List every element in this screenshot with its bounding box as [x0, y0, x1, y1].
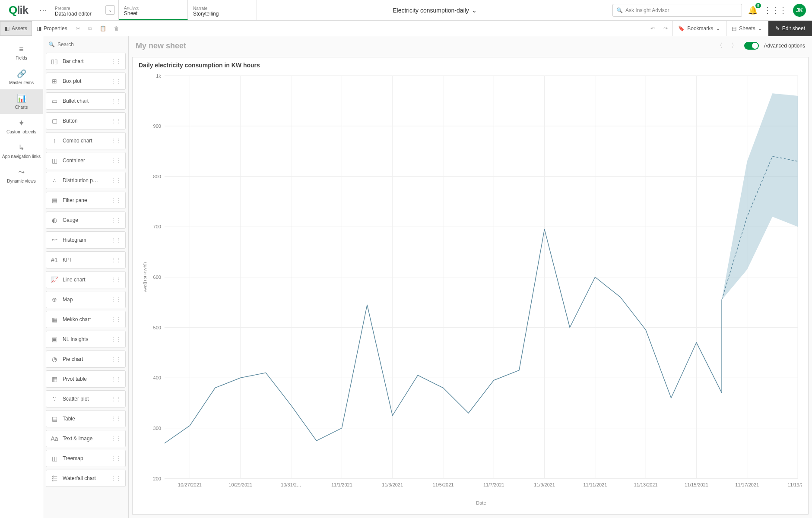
delete-button[interactable]: 🗑 — [110, 21, 123, 36]
svg-text:500: 500 — [153, 325, 161, 330]
chart-type-nl-insights[interactable]: ▣NL Insights⋮⋮ — [46, 331, 126, 348]
chart-type-button[interactable]: ▢Button⋮⋮ — [46, 112, 126, 130]
chart-type-pie-chart[interactable]: ◔Pie chart⋮⋮ — [46, 351, 126, 368]
chart-type-distribution-p-[interactable]: ∴Distribution p…⋮⋮ — [46, 172, 126, 189]
chart-type-mekko-chart[interactable]: ▦Mekko chart⋮⋮ — [46, 311, 126, 328]
chart-type-bullet-chart[interactable]: ▭Bullet chart⋮⋮ — [46, 92, 126, 110]
chart-type-bar-chart[interactable]: ▯▯Bar chart⋮⋮ — [46, 53, 126, 70]
chart-type-container[interactable]: ◫Container⋮⋮ — [46, 152, 126, 169]
chart-type-scatter-plot[interactable]: ∵Scatter plot⋮⋮ — [46, 390, 126, 407]
chevron-down-icon[interactable]: ⌄ — [105, 5, 115, 15]
chart-type-icon: ◔ — [51, 356, 58, 363]
copy-button[interactable]: ⧉ — [84, 21, 96, 36]
chart-type-label: Scatter plot — [63, 396, 106, 402]
grip-icon: ⋮⋮ — [111, 197, 121, 203]
chart-type-line-chart[interactable]: 📈Line chart⋮⋮ — [46, 271, 126, 288]
chart-type-histogram[interactable]: ⬳Histogram⋮⋮ — [46, 231, 126, 249]
line-chart-object[interactable]: Daily electricity consumption in KW hour… — [132, 57, 809, 515]
chart-type-filter-pane[interactable]: ▤Filter pane⋮⋮ — [46, 192, 126, 209]
rail-item-icon: 🔗 — [2, 69, 41, 79]
svg-text:11/3/2021: 11/3/2021 — [382, 482, 403, 487]
svg-text:11/17/2021: 11/17/2021 — [735, 482, 759, 487]
notifications-icon[interactable]: 🔔5 — [748, 6, 758, 15]
svg-text:10/31/2…: 10/31/2… — [281, 482, 301, 487]
sheets-menu[interactable]: ▤ Sheets ⌄ — [726, 21, 767, 36]
rail-item-label: Custom objects — [6, 130, 36, 134]
rail-item-custom-objects[interactable]: ✦Custom objects — [0, 114, 43, 139]
edit-sheet-button[interactable]: ✎ Edit sheet — [768, 21, 812, 36]
panel-right-icon: ◨ — [37, 25, 41, 32]
chart-type-pivot-table[interactable]: ▦Pivot table⋮⋮ — [46, 370, 126, 388]
chevron-down-icon: ⌄ — [716, 25, 720, 32]
rail-item-charts[interactable]: 📊Charts — [0, 89, 43, 114]
grip-icon: ⋮⋮ — [111, 78, 121, 84]
sheet-canvas: My new sheet 〈 〉 Advanced options Daily … — [129, 36, 812, 518]
asset-search-input[interactable] — [57, 41, 123, 47]
chart-type-gauge[interactable]: ◐Gauge⋮⋮ — [46, 212, 126, 229]
svg-text:600: 600 — [153, 275, 161, 280]
chart-type-treemap[interactable]: ◫Treemap⋮⋮ — [46, 450, 126, 467]
qlik-logo[interactable]: Qlik — [0, 0, 37, 20]
advanced-options-label: Advanced options — [764, 43, 805, 49]
svg-text:Date: Date — [476, 500, 486, 505]
asset-category-rail: ≡Fields🔗Master items📊Charts✦Custom objec… — [0, 36, 43, 518]
chart-type-map[interactable]: ⊕Map⋮⋮ — [46, 291, 126, 308]
line-chart-plot: 2003004005006007008009001k10/27/202110/2… — [139, 71, 802, 510]
grip-icon: ⋮⋮ — [111, 356, 121, 362]
chart-type-icon: ⊕ — [51, 296, 58, 303]
svg-text:1k: 1k — [156, 73, 161, 78]
chart-type-label: Pie chart — [63, 356, 106, 362]
rail-item-fields[interactable]: ≡Fields — [0, 41, 43, 65]
svg-text:300: 300 — [153, 426, 161, 431]
rail-item-master-items[interactable]: 🔗Master items — [0, 65, 43, 89]
edit-toolbar: ◧ Assets ◨ Properties ✂ ⧉ 📋 🗑 ↶ ↷ 🔖 Book… — [0, 21, 812, 36]
svg-text:900: 900 — [153, 123, 161, 129]
chart-type-icon: ◐ — [51, 217, 58, 224]
nav-tab-prepare[interactable]: Prepare Data load editor ⌄ — [50, 0, 119, 20]
nav-tab-narrate[interactable]: Narrate Storytelling — [188, 0, 257, 20]
chart-type-box-plot[interactable]: ⊞Box plot⋮⋮ — [46, 73, 126, 90]
app-more-icon[interactable]: ⋯ — [37, 0, 50, 20]
advanced-options-toggle[interactable] — [744, 42, 759, 50]
chart-type-combo-chart[interactable]: ⫿Combo chart⋮⋮ — [46, 132, 126, 149]
app-title[interactable]: Electricity consumption-daily ⌄ — [257, 0, 612, 20]
properties-toggle[interactable]: ◨ Properties — [32, 21, 72, 36]
rail-item-dynamic-views[interactable]: ⤳Dynamic views — [0, 163, 43, 188]
app-launcher-icon[interactable]: ⋮⋮⋮ — [764, 6, 787, 15]
chart-type-label: Button — [63, 118, 106, 124]
svg-text:11/9/2021: 11/9/2021 — [534, 482, 555, 487]
chart-type-kpi[interactable]: #1KPI⋮⋮ — [46, 251, 126, 268]
grip-icon: ⋮⋮ — [111, 58, 121, 64]
rail-item-app-navigation-links[interactable]: ↳App navigation links — [0, 139, 43, 163]
search-icon: 🔍 — [48, 41, 55, 47]
undo-button[interactable]: ↶ — [647, 21, 659, 36]
chart-type-label: Mekko chart — [63, 316, 106, 322]
chart-type-icon: ▦ — [51, 376, 58, 382]
prev-sheet-button[interactable]: 〈 — [715, 40, 724, 51]
grip-icon: ⋮⋮ — [111, 297, 121, 303]
paste-button[interactable]: 📋 — [96, 21, 110, 36]
grip-icon: ⋮⋮ — [111, 376, 121, 382]
rail-item-icon: ✦ — [2, 118, 41, 128]
sheet-title[interactable]: My new sheet — [136, 41, 186, 51]
chart-type-text-image[interactable]: AaText & image⋮⋮ — [46, 430, 126, 447]
assets-toggle[interactable]: ◧ Assets — [0, 21, 32, 36]
cut-button[interactable]: ✂ — [72, 21, 84, 36]
chart-type-label: Bullet chart — [63, 98, 106, 104]
bookmarks-menu[interactable]: 🔖 Bookmarks ⌄ — [672, 21, 725, 36]
chart-type-table[interactable]: ▤Table⋮⋮ — [46, 410, 126, 427]
chart-type-label: KPI — [63, 257, 106, 263]
rail-item-label: App navigation links — [2, 154, 41, 159]
next-sheet-button[interactable]: 〉 — [730, 40, 739, 51]
chart-type-label: Text & image — [63, 436, 106, 442]
chart-type-icon: ⬳ — [51, 237, 58, 243]
asset-search[interactable]: 🔍 — [46, 39, 126, 50]
nav-tab-analyze[interactable]: Analyze Sheet — [119, 0, 188, 20]
redo-button[interactable]: ↷ — [660, 21, 672, 36]
chart-type-icon: ▤ — [51, 197, 58, 204]
chart-type-icon: ◫ — [51, 157, 58, 164]
user-avatar[interactable]: JK — [793, 4, 806, 17]
chart-type-waterfall-chart[interactable]: ⬱Waterfall chart⋮⋮ — [46, 470, 126, 487]
grip-icon: ⋮⋮ — [111, 336, 121, 342]
insight-advisor-search[interactable]: 🔍 Ask Insight Advisor — [612, 4, 742, 17]
